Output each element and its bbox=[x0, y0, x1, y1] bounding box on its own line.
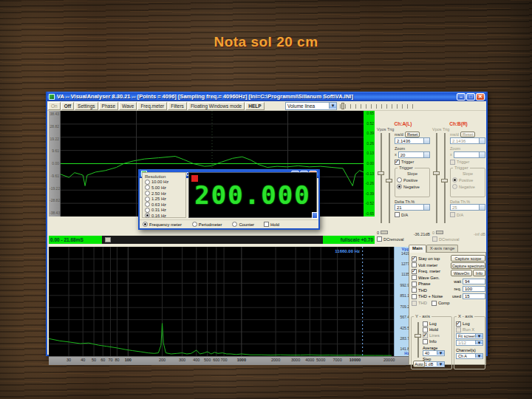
field-value[interactable]: 100 bbox=[463, 286, 485, 292]
lines-checkbox-row[interactable]: Lines bbox=[423, 332, 440, 338]
xlog-checkbox-row[interactable]: Log bbox=[456, 321, 483, 327]
menu-button[interactable]: Phase bbox=[99, 102, 118, 110]
slider-thumb[interactable] bbox=[441, 179, 448, 183]
panel-checkbox-row[interactable]: THD + Noise bbox=[412, 293, 450, 300]
menu-button[interactable]: HELP bbox=[245, 102, 264, 110]
positive-radio-row[interactable]: Positive bbox=[397, 177, 428, 183]
spectrum-axis-label: 992.9 bbox=[395, 284, 409, 287]
da-checkbox-row[interactable]: D/A bbox=[395, 212, 430, 217]
runx-checkbox-row[interactable]: Run X bbox=[456, 327, 483, 332]
step-select[interactable]: 1 dB bbox=[423, 361, 445, 367]
average-select[interactable]: 40 bbox=[423, 350, 445, 356]
slider-thumb[interactable] bbox=[386, 179, 392, 183]
maximize-button[interactable]: □ bbox=[466, 93, 475, 100]
zoom-spinbox[interactable]: 20 bbox=[398, 151, 430, 158]
capture-spectrum-button[interactable]: Capture spectrum bbox=[451, 262, 485, 269]
trigger-group: TriggerSlopePositiveNegative bbox=[450, 168, 485, 197]
y-axis-slider[interactable] bbox=[414, 322, 422, 358]
main-control-panel: MainX-axis range Stay on top Vol bbox=[409, 245, 486, 365]
auto-button[interactable]: Auto bbox=[413, 361, 425, 367]
checkbox-icon bbox=[423, 333, 428, 338]
trigger-checkbox-row[interactable]: Trigger bbox=[450, 160, 485, 165]
ratio-select[interactable]: 1/12 bbox=[456, 340, 483, 346]
reset-button[interactable]: Reset bbox=[460, 132, 475, 137]
spectrum-plot[interactable]: 11660.00 Hz bbox=[49, 247, 394, 356]
frequency-tick-label: 100 bbox=[125, 358, 132, 363]
info-checkbox-row[interactable]: Info bbox=[423, 338, 440, 344]
radio-label: Periodmeter bbox=[199, 222, 222, 227]
dcremoval-checkbox-row[interactable]: DCremoval bbox=[377, 236, 430, 242]
field-value[interactable]: 15 bbox=[463, 293, 485, 299]
log-checkbox-row[interactable]: Log bbox=[423, 321, 440, 327]
zoom-spinbox[interactable] bbox=[454, 151, 485, 158]
positive-radio-row[interactable]: Positive bbox=[452, 177, 483, 183]
hold-checkbox-row[interactable]: Hold bbox=[264, 222, 279, 227]
waveon-button[interactable]: WaveOn bbox=[451, 270, 472, 276]
frequency-tick-label: 3000 bbox=[291, 358, 300, 363]
negative-radio-row[interactable]: Negative bbox=[452, 184, 483, 189]
panel-tab[interactable]: Main bbox=[409, 245, 426, 253]
mode-radio-row[interactable]: Periodmeter bbox=[192, 222, 222, 227]
menu-button[interactable]: Floating Windows mode bbox=[188, 102, 245, 110]
resolution-radio-row[interactable]: 0.31 Hz bbox=[145, 208, 184, 214]
panel-checkbox-row[interactable]: Phase bbox=[412, 281, 450, 287]
slider-thumb[interactable] bbox=[433, 171, 440, 175]
close-button[interactable]: ✕ bbox=[476, 93, 485, 100]
delta-spinbox[interactable]: 21 bbox=[395, 204, 430, 211]
checkbox-icon bbox=[456, 327, 461, 332]
counter-scroll-thumb[interactable] bbox=[312, 212, 318, 219]
panel-checkbox-row[interactable]: Volt meter bbox=[412, 262, 450, 269]
delta-spinbox[interactable]: 25 bbox=[450, 204, 485, 211]
resolution-radio-row[interactable]: 10.00 Hz bbox=[145, 180, 184, 185]
panel-checkbox-row[interactable]: Freq. meter bbox=[412, 268, 450, 275]
slider-thumb[interactable] bbox=[378, 171, 384, 175]
vpos-slider[interactable] bbox=[377, 133, 385, 223]
scope-left-axis: 38.4328.8219.229.610.00-9.61-19.22-28.82… bbox=[49, 111, 61, 216]
channel-select[interactable]: Ch A bbox=[456, 353, 483, 359]
reset-button[interactable]: Reset bbox=[405, 132, 420, 137]
menu-button[interactable]: Filters bbox=[168, 102, 187, 110]
menu-button[interactable]: Wave bbox=[119, 102, 137, 110]
vpos-slider[interactable] bbox=[432, 133, 440, 223]
scope-scroll-thumb[interactable] bbox=[105, 237, 111, 242]
resolution-radio-row[interactable]: 0.16 Hz bbox=[145, 213, 184, 219]
fit-screen-select[interactable]: Fit screen bbox=[456, 333, 483, 339]
capture-scope-button[interactable]: Capture scope bbox=[451, 255, 485, 262]
mode-radio-row[interactable]: Counter bbox=[232, 222, 254, 227]
minimize-button[interactable]: – bbox=[457, 93, 466, 100]
menu-button[interactable]: Off bbox=[61, 102, 74, 110]
volume-slider[interactable] bbox=[340, 104, 414, 109]
slider-thumb[interactable] bbox=[415, 334, 421, 338]
resolution-radio-row[interactable]: 0.63 Hz bbox=[145, 202, 184, 208]
trig-slider[interactable] bbox=[440, 133, 449, 223]
trigger-checkbox-row[interactable]: Trigger bbox=[395, 160, 430, 165]
mode-radio-row[interactable]: Frequency meter bbox=[143, 222, 182, 227]
panel-checkbox-row[interactable]: Wave Gen. bbox=[412, 275, 450, 282]
volume-slider-thumb[interactable] bbox=[341, 103, 344, 109]
menu-button[interactable]: Settings bbox=[75, 102, 98, 110]
panel-checkbox-row[interactable]: Stay on top bbox=[412, 256, 450, 262]
thd-comp-row[interactable]: THD Comp bbox=[412, 300, 449, 307]
menu-button[interactable]: Freq.meter bbox=[137, 102, 167, 110]
trig-slider[interactable] bbox=[385, 133, 393, 223]
dcremoval-checkbox-row[interactable]: DCremoval bbox=[432, 236, 485, 242]
zero-label: 0 bbox=[432, 231, 434, 235]
level-mini-slider[interactable] bbox=[436, 231, 443, 234]
va-titlebar[interactable]: VA -- VisualAnalyser 8.30.21 -- [Points … bbox=[47, 92, 486, 101]
msd-spinbox[interactable]: 2.1436 bbox=[450, 137, 485, 144]
level-mini-slider[interactable] bbox=[381, 231, 388, 234]
negative-radio-row[interactable]: Negative bbox=[397, 184, 428, 189]
scope-scrollbar[interactable]: 0.00 - 21.68mS fullscale +0.70 bbox=[49, 236, 375, 244]
radio-icon bbox=[145, 185, 150, 190]
panel-checkbox-row[interactable]: THD bbox=[412, 287, 450, 294]
info-button[interactable]: Info bbox=[473, 270, 485, 276]
resolution-radio-row[interactable]: 2.50 Hz bbox=[145, 191, 184, 197]
field-value[interactable]: 94 bbox=[463, 279, 485, 284]
slide-background: Nota sol 20 cm VA -- VisualAnalyser 8.30… bbox=[0, 0, 532, 399]
volume-select[interactable]: Volume linea bbox=[285, 102, 337, 110]
msd-spinbox[interactable]: 2.1436 bbox=[395, 137, 430, 144]
resolution-radio-row[interactable]: 5.00 Hz bbox=[145, 185, 184, 191]
da-checkbox-row[interactable]: D/A bbox=[450, 212, 485, 217]
menu-button[interactable]: On bbox=[48, 102, 61, 110]
resolution-radio-row[interactable]: 1.25 Hz bbox=[145, 196, 184, 202]
